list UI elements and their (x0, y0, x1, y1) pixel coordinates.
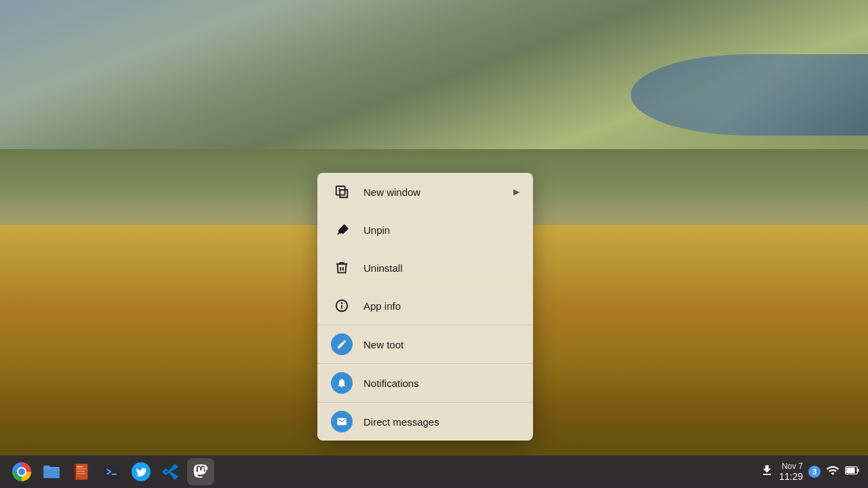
info-icon (331, 295, 353, 317)
taskbar-app-mastodon[interactable] (187, 458, 214, 485)
taskbar-app-chrome[interactable] (8, 458, 35, 485)
twitter-icon (132, 462, 151, 481)
trash-icon (331, 257, 353, 279)
taskbar-app-vscode[interactable] (157, 458, 184, 485)
notification-badge[interactable]: 3 (808, 466, 821, 478)
menu-item-new-toot-label: New toot (363, 339, 403, 350)
mastodon-icon (192, 463, 210, 481)
menu-item-unpin-label: Unpin (363, 224, 390, 236)
menu-item-notifications-label: Notifications (363, 378, 419, 389)
taskbar: Nov 7 11:29 3 (0, 455, 868, 488)
menu-item-direct-messages-label: Direct messages (363, 416, 439, 428)
menu-item-notifications[interactable]: Notifications (317, 364, 533, 402)
menu-item-new-toot[interactable]: New toot (317, 325, 533, 363)
svg-rect-9 (77, 468, 86, 469)
menu-item-new-window-label: New window (363, 186, 420, 198)
mail-icon (331, 411, 353, 432)
taskbar-app-files[interactable] (38, 458, 65, 485)
pin-icon (331, 219, 353, 241)
menu-item-uninstall[interactable]: Uninstall (317, 249, 533, 287)
svg-rect-6 (43, 468, 59, 478)
menu-item-new-window[interactable]: New window ▶ (317, 173, 533, 211)
taskbar-app-notes[interactable] (68, 458, 95, 485)
chrome-icon (12, 462, 31, 481)
new-window-icon (331, 181, 353, 203)
taskbar-system-tray: Nov 7 11:29 3 (760, 462, 860, 482)
vscode-icon (161, 462, 180, 481)
files-icon (42, 462, 61, 481)
taskbar-date: Nov 7 (779, 462, 803, 471)
wifi-icon[interactable] (826, 464, 840, 480)
pencil-icon (331, 333, 353, 355)
terminal-icon (102, 462, 121, 481)
svg-rect-17 (846, 468, 855, 474)
taskbar-app-twitter[interactable] (127, 458, 155, 485)
download-icon[interactable] (760, 464, 774, 481)
svg-rect-12 (75, 464, 76, 479)
menu-item-app-info[interactable]: App info (317, 287, 533, 325)
context-menu: New window ▶ Unpin Uninstall (317, 173, 533, 441)
submenu-arrow: ▶ (513, 187, 519, 197)
menu-item-app-info-label: App info (363, 300, 401, 312)
battery-icon[interactable] (845, 464, 860, 480)
svg-rect-0 (336, 186, 345, 195)
menu-item-unpin[interactable]: Unpin (317, 211, 533, 249)
svg-rect-11 (77, 473, 85, 474)
taskbar-clock[interactable]: Nov 7 11:29 (779, 462, 803, 482)
taskbar-apps (8, 458, 760, 485)
bell-icon (331, 372, 353, 394)
taskbar-app-terminal[interactable] (98, 458, 125, 485)
taskbar-time: 11:29 (779, 471, 803, 482)
notes-icon (72, 462, 91, 481)
svg-rect-8 (77, 466, 83, 468)
svg-rect-10 (77, 471, 85, 472)
menu-item-direct-messages[interactable]: Direct messages (317, 403, 533, 441)
svg-rect-18 (857, 469, 859, 472)
menu-item-uninstall-label: Uninstall (363, 262, 403, 274)
water-overlay (631, 54, 868, 136)
